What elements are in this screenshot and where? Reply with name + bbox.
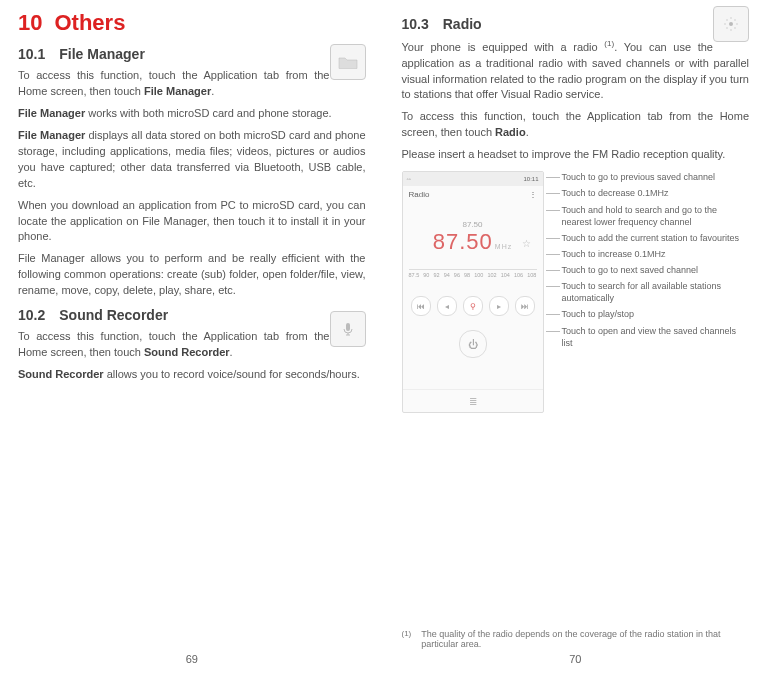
callouts: Touch to go to previous saved channel To… bbox=[544, 171, 750, 413]
frequency-small: 87.50 bbox=[403, 220, 543, 229]
statusbar-left-icons: ◦◦ bbox=[407, 176, 411, 182]
increase-freq-icon: ▸ bbox=[489, 296, 509, 316]
section-number: 10.1 bbox=[18, 46, 45, 62]
callout-increase: Touch to increase 0.1MHz bbox=[562, 248, 750, 260]
section-sound-recorder: 10.2Sound Recorder bbox=[18, 307, 366, 323]
body-text: To access this function, touch the Appli… bbox=[402, 109, 750, 141]
callout-prev-channel: Touch to go to previous saved channel bbox=[562, 171, 750, 183]
body-text: File Manager displays all data stored on… bbox=[18, 128, 366, 192]
svg-point-4 bbox=[726, 27, 728, 29]
body-text: When you download an application from PC… bbox=[18, 198, 366, 246]
page-number: 69 bbox=[0, 653, 384, 665]
sound-recorder-icon bbox=[330, 311, 366, 347]
body-text: File Manager works with both microSD car… bbox=[18, 106, 366, 122]
body-text: To access this function, touch the Appli… bbox=[18, 329, 366, 361]
section-title: File Manager bbox=[59, 46, 145, 62]
page-number: 70 bbox=[384, 653, 768, 665]
svg-point-5 bbox=[734, 27, 736, 29]
callout-play-stop: Touch to play/stop bbox=[562, 308, 750, 320]
body-text: Please insert a headset to improve the F… bbox=[402, 147, 750, 163]
svg-point-9 bbox=[736, 23, 738, 25]
prev-channel-icon: ⏮ bbox=[411, 296, 431, 316]
chapter-title: Others bbox=[54, 10, 125, 35]
section-title: Radio bbox=[443, 16, 482, 32]
phone-statusbar: ◦◦ 10:11 bbox=[403, 172, 543, 186]
footnote-text: The quality of the radio depends on the … bbox=[421, 629, 749, 649]
phone-title: Radio bbox=[409, 190, 430, 199]
chapter-number: 10 bbox=[18, 10, 42, 35]
search-icon: ⚲ bbox=[463, 296, 483, 316]
channels-list-icon: ≣ bbox=[403, 389, 543, 412]
section-title: Sound Recorder bbox=[59, 307, 168, 323]
callout-favourite: Touch to add the current station to favo… bbox=[562, 232, 750, 244]
body-text: Your phone is equipped with a radio (1).… bbox=[402, 38, 750, 103]
callout-hold-lower: Touch and hold to search and go to the n… bbox=[562, 204, 750, 228]
footnote: (1) The quality of the radio depends on … bbox=[402, 629, 750, 649]
frequency-dial: 87.5 90 92 94 96 98 100 102 104 106 108 bbox=[409, 269, 537, 286]
svg-rect-0 bbox=[346, 323, 350, 331]
callout-next-channel: Touch to go to next saved channel bbox=[562, 264, 750, 276]
statusbar-time: 10:11 bbox=[523, 176, 538, 182]
phone-screenshot: ◦◦ 10:11 Radio ⋮ 87.50 87.50MHz ☆ 87.5 9… bbox=[402, 171, 544, 413]
radio-figure: ◦◦ 10:11 Radio ⋮ 87.50 87.50MHz ☆ 87.5 9… bbox=[402, 171, 750, 413]
page-left: 10Others 10.1File Manager To access this… bbox=[0, 0, 384, 673]
next-channel-icon: ⏭ bbox=[515, 296, 535, 316]
svg-point-8 bbox=[724, 23, 726, 25]
section-radio: 10.3Radio bbox=[402, 16, 750, 32]
callout-channel-list: Touch to open and view the saved channel… bbox=[562, 325, 750, 349]
radio-controls: ⏮ ◂ ⚲ ▸ ⏭ bbox=[411, 296, 535, 316]
svg-point-7 bbox=[730, 29, 732, 31]
favourite-star-icon: ☆ bbox=[522, 238, 531, 249]
radio-icon bbox=[713, 6, 749, 42]
svg-point-3 bbox=[734, 19, 736, 21]
svg-point-1 bbox=[729, 22, 733, 26]
callout-decrease: Touch to decrease 0.1MHz bbox=[562, 187, 750, 199]
overflow-icon: ⋮ bbox=[529, 190, 537, 199]
section-file-manager: 10.1File Manager bbox=[18, 46, 366, 62]
play-row: ⏻ bbox=[403, 330, 543, 358]
chapter-heading: 10Others bbox=[18, 10, 366, 36]
play-stop-icon: ⏻ bbox=[459, 330, 487, 358]
callout-search: Touch to search for all available statio… bbox=[562, 280, 750, 304]
manual-spread: 10Others 10.1File Manager To access this… bbox=[0, 0, 767, 673]
phone-titlebar: Radio ⋮ bbox=[403, 186, 543, 202]
section-number: 10.2 bbox=[18, 307, 45, 323]
section-number: 10.3 bbox=[402, 16, 429, 32]
body-text: File Manager allows you to perform and b… bbox=[18, 251, 366, 299]
body-text: To access this function, touch the Appli… bbox=[18, 68, 366, 100]
svg-point-6 bbox=[730, 17, 732, 19]
file-manager-icon bbox=[330, 44, 366, 80]
decrease-freq-icon: ◂ bbox=[437, 296, 457, 316]
page-right: 10.3Radio Your phone is equipped with a … bbox=[384, 0, 768, 673]
body-text: Sound Recorder allows you to record voic… bbox=[18, 367, 366, 383]
svg-point-2 bbox=[726, 19, 728, 21]
footnote-marker: (1) bbox=[402, 629, 412, 649]
